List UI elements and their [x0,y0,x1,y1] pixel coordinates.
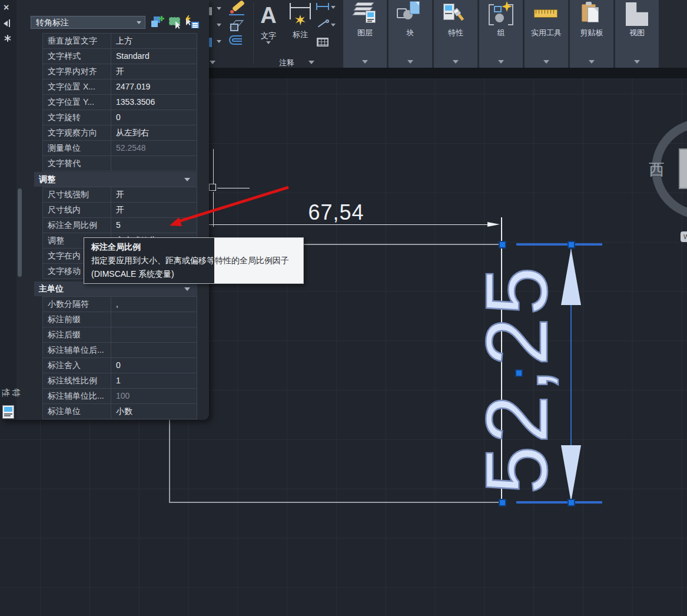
property-value[interactable]: 小数 [111,404,197,419]
property-row[interactable]: 文字位置 Y...1353.3506 [42,95,197,110]
property-value[interactable]: 52.2548 [111,141,197,155]
pickadd-toggle-icon[interactable] [151,15,165,29]
property-value[interactable] [111,327,197,342]
property-row[interactable]: 测量单位52.2548 [42,141,197,156]
box-3d-icon[interactable] [229,19,244,33]
panel-caret[interactable] [634,60,640,64]
property-row[interactable]: 尺寸线强制开 [42,187,197,203]
ribbon-panel-图层[interactable]: 图层 [343,0,387,68]
sketch-pencil-icon[interactable] [229,2,245,18]
property-value[interactable]: 2477.019 [111,80,197,94]
properties-tab-icon[interactable] [2,405,14,419]
collapse-caret-icon[interactable] [184,178,190,181]
text-tool-label[interactable]: 文字 [257,31,280,41]
property-value[interactable]: 0 [111,358,197,373]
property-value[interactable]: 开 [111,187,197,202]
ribbon-panel-组[interactable]: 组 [479,0,523,68]
property-row[interactable]: 文字位置 X...2477.019 [42,80,197,95]
property-row[interactable]: 垂直放置文字上方 [42,34,197,49]
ribbon-panel-实用工具[interactable]: 实用工具 [525,0,568,68]
flyout-caret[interactable] [217,24,221,27]
dimension-tool-icon[interactable] [287,2,313,29]
property-row[interactable]: 标注辅单位后... [42,343,197,358]
property-value[interactable]: , [111,297,197,312]
property-row[interactable]: 标注舍入0 [42,358,197,373]
property-row[interactable]: 小数分隔符, [42,297,197,312]
section-header-fit[interactable]: 调整 [34,172,197,187]
property-row[interactable]: 标注辅单位比...100 [42,389,197,404]
palette-titlebar[interactable]: × 特性 [0,0,16,420]
table-icon[interactable] [317,38,328,47]
panel-caret[interactable] [498,60,504,64]
property-row[interactable]: 文字观察方向从左到右 [42,125,197,141]
object-type-select[interactable]: 转角标注 [31,16,145,29]
select-objects-icon[interactable] [168,15,182,29]
leader-flyout-caret[interactable] [331,24,336,27]
property-label: 小数分隔符 [43,297,111,312]
ribbon-panel-剪贴板[interactable]: 剪贴板 [570,0,613,68]
panel-caret[interactable] [362,60,368,64]
viewcube-face[interactable] [679,148,687,189]
dim-horizontal-text[interactable]: 67,54 [289,200,383,225]
property-row[interactable]: 标注线性比例1 [42,373,197,389]
grip-handle[interactable] [499,499,506,506]
palette-scrollbar[interactable] [18,188,22,277]
property-value[interactable]: 100 [111,389,197,403]
offset-curve-icon[interactable] [229,35,244,47]
property-value[interactable]: 1353.3506 [111,95,197,110]
flyout-caret[interactable] [217,40,221,43]
grip-handle[interactable] [567,499,575,506]
panel-caret[interactable] [589,60,595,64]
property-value[interactable]: 1 [111,373,197,388]
annotation-panel-caret[interactable] [308,61,314,64]
palette-tab-label[interactable]: 特性 [0,386,21,401]
partial-panel-caret[interactable] [210,61,215,64]
text-tool-icon[interactable]: A [257,1,280,28]
property-row[interactable]: 文字替代 [42,156,197,171]
property-value[interactable]: Standard [111,49,197,64]
property-value[interactable] [111,343,197,357]
dimension-tool-label[interactable]: 标注 [288,29,312,40]
grip-handle[interactable] [567,241,575,249]
quick-select-icon[interactable] [185,15,199,29]
property-value[interactable]: 从左到右 [111,125,197,140]
property-row[interactable]: 标注全局比例5 [42,218,197,233]
property-value[interactable]: 5 [111,218,197,233]
annotation-panel-label[interactable]: 注释 [266,58,307,68]
property-row[interactable]: 文字界内对齐开 [42,64,197,80]
leader-icon[interactable] [316,19,329,29]
viewcube-wcs-button[interactable]: W [681,231,687,242]
property-value[interactable]: 上方 [111,34,197,48]
property-row[interactable]: 标注后缀 [42,327,197,343]
ribbon-panel-特性[interactable]: 特性 [434,0,477,68]
dim-vertical-ext-top[interactable] [516,243,602,246]
grip-handle[interactable] [499,241,506,249]
text-flyout-caret[interactable] [266,41,271,44]
property-value[interactable]: 开 [111,64,197,79]
property-value[interactable] [111,156,197,171]
property-row[interactable]: 尺寸线内开 [42,203,197,218]
property-row[interactable]: 标注单位小数 [42,404,197,419]
panel-caret[interactable] [407,60,413,64]
property-row[interactable]: 文字旋转0 [42,110,197,125]
grip-handle[interactable] [515,369,523,377]
panel-caret[interactable] [543,60,549,64]
dim-vertical-text[interactable]: 52,25 [470,256,564,503]
property-row[interactable]: 文字样式Standard [42,49,197,64]
property-value[interactable] [111,312,197,327]
panel-caret[interactable] [453,60,459,64]
property-value[interactable]: 0 [111,110,197,125]
dimension-flyout-caret[interactable] [331,6,336,9]
ribbon-panel-块[interactable]: 块 [389,0,432,68]
collapse-caret-icon[interactable] [184,287,190,291]
flyout-caret[interactable] [217,7,221,10]
property-value[interactable]: 开 [111,203,197,217]
autohide-icon[interactable] [4,19,11,27]
viewcube-west-label[interactable]: 西 [649,159,665,180]
rectangle-bottom-edge[interactable] [169,502,500,503]
property-row[interactable]: 标注前缀 [42,312,197,327]
gear-icon[interactable] [4,34,12,42]
close-icon[interactable]: × [4,2,9,13]
linear-dimension-icon[interactable] [316,3,329,10]
ribbon-panel-视图[interactable]: 视图 [615,0,659,68]
